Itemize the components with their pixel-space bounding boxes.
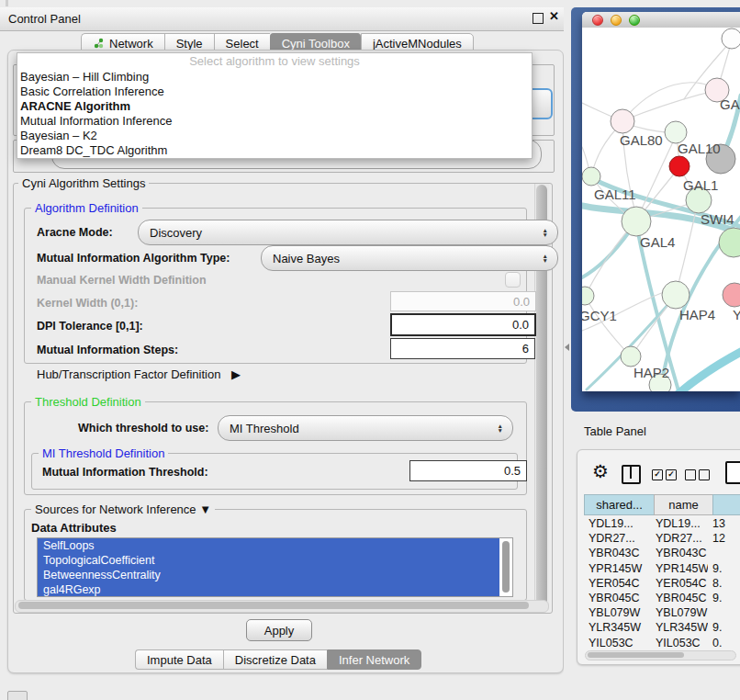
network-edge[interactable] xyxy=(586,298,631,356)
table-row[interactable]: YDL19...YDL19...13 xyxy=(584,516,740,531)
close-traffic-light-icon[interactable] xyxy=(592,15,603,26)
node-label: GAL xyxy=(720,96,740,112)
zoom-traffic-light-icon[interactable] xyxy=(629,15,640,26)
document-icon[interactable] xyxy=(725,461,740,484)
minimize-traffic-light-icon[interactable] xyxy=(611,15,622,26)
node-label: GCY1 xyxy=(582,308,617,323)
table-row[interactable]: YBR045CYBR045C9. xyxy=(584,591,740,605)
algorithm-option[interactable]: Mutual Information Inference xyxy=(17,114,532,129)
table-cell: YPR145W xyxy=(584,562,651,575)
table-row[interactable]: YBL079WYBL079W xyxy=(584,605,740,620)
cyni-settings-title: Cyni Algorithm Settings xyxy=(18,176,149,190)
dpi-tolerance-input[interactable]: 0.0 xyxy=(390,313,536,336)
table-cell: 0. xyxy=(708,637,740,649)
mi-threshold-title: MI Threshold Definition xyxy=(39,446,168,460)
algorithm-option[interactable]: Bayesian – K2 xyxy=(17,129,532,143)
algorithm-option[interactable]: Basic Correlation Inference xyxy=(17,85,532,99)
table-cell: 12 xyxy=(708,532,740,545)
aracne-mode-select[interactable]: Discovery ▲▼ xyxy=(138,220,558,245)
network-node[interactable] xyxy=(582,287,594,305)
table-row[interactable]: YIL053CYIL053C0. xyxy=(584,636,740,650)
mi-threshold-label: Mutual Information Threshold: xyxy=(42,466,208,479)
mi-threshold-input[interactable]: 0.5 xyxy=(409,460,527,481)
table-cell: 9. xyxy=(708,621,740,634)
hub-definition-label: Hub/Transcription Factor Definition xyxy=(37,367,220,381)
attributes-scrollbar[interactable] xyxy=(502,541,510,593)
dpi-tolerance-label: DPI Tolerance [0,1]: xyxy=(37,320,143,333)
table-cell: YER054C xyxy=(584,577,651,590)
data-attributes-label: Data Attributes xyxy=(31,521,117,535)
table-row[interactable]: YLR345WYLR345W9. xyxy=(584,620,740,635)
bottom-left-button[interactable] xyxy=(7,691,28,700)
table-row[interactable]: YDR27...YDR27...12 xyxy=(584,531,740,546)
table-row[interactable]: YPR145WYPR145W9. xyxy=(584,561,740,576)
attribute-item[interactable]: BetweennessCentrality xyxy=(38,568,499,582)
table-cell: YBL079W xyxy=(651,606,708,619)
column-header[interactable]: shared... xyxy=(584,494,654,515)
table-row[interactable]: YER054CYER054C8. xyxy=(584,576,740,591)
network-window-titlebar[interactable] xyxy=(582,12,740,28)
table-header: shared...name xyxy=(584,494,740,515)
which-threshold-value: MI Threshold xyxy=(230,422,299,435)
unchecked-boxes-icon[interactable] xyxy=(699,469,710,480)
algorithm-option[interactable]: Bayesian – Hill Climbing xyxy=(17,70,532,85)
attribute-item[interactable]: gal4RGexp xyxy=(38,582,499,597)
gear-icon[interactable]: ⚙ xyxy=(592,460,609,482)
float-window-icon[interactable] xyxy=(533,13,544,24)
network-node[interactable] xyxy=(582,167,600,186)
network-node[interactable] xyxy=(722,28,740,49)
mi-type-select[interactable]: Naive Bayes ▲▼ xyxy=(261,245,558,271)
close-icon[interactable]: ✕ xyxy=(549,9,559,23)
node-label: GAL11 xyxy=(594,186,636,202)
table-rows: YDL19...YDL19...13YDR27...YDR27...12YBR0… xyxy=(584,516,740,649)
algorithm-dropdown-popup: Select algorithm to view settings Bayesi… xyxy=(17,52,533,159)
algorithm-option[interactable]: Dream8 DC_TDC Algorithm xyxy=(17,143,532,158)
column-header[interactable]: name xyxy=(654,494,712,515)
which-threshold-select[interactable]: MI Threshold ▲▼ xyxy=(218,415,513,441)
network-node[interactable] xyxy=(621,346,641,367)
sources-title[interactable]: Sources for Network Inference ▼ xyxy=(31,502,215,516)
hub-definition-toggle[interactable]: Hub/Transcription Factor Definition ▶ xyxy=(37,367,241,381)
checked-boxes-icon[interactable]: ✓ xyxy=(652,469,663,480)
threshold-definition-title: Threshold Definition xyxy=(31,395,145,409)
control-panel-titlebar: Control Panel xyxy=(0,7,571,31)
kernel-width-input[interactable]: 0.0 xyxy=(390,291,536,311)
network-node[interactable] xyxy=(622,207,651,236)
settings-hscrollbar[interactable] xyxy=(15,600,549,613)
network-node[interactable] xyxy=(723,283,740,307)
mi-steps-input[interactable]: 6 xyxy=(390,338,535,359)
table-cell: YLR345W xyxy=(651,621,708,634)
attribute-item[interactable]: TopologicalCoefficient xyxy=(38,553,499,568)
apply-button[interactable]: Apply xyxy=(246,619,312,641)
network-edge[interactable] xyxy=(675,352,740,391)
tab-infer-network[interactable]: Infer Network xyxy=(327,649,421,670)
network-node[interactable] xyxy=(669,156,690,176)
collapsed-arrow-icon: ▶ xyxy=(231,367,241,381)
network-canvas[interactable]: GALGAL80GAL10GAL1GAL11SWI4GAL4GCY1HAP4YH… xyxy=(582,28,740,391)
manual-kernel-checkbox[interactable] xyxy=(505,272,521,288)
node-label: GAL4 xyxy=(640,234,675,250)
tab-discretize-data[interactable]: Discretize Data xyxy=(223,649,327,670)
column-header[interactable] xyxy=(712,494,740,515)
network-node[interactable] xyxy=(719,228,740,257)
top-notch xyxy=(6,0,8,6)
table-hscrollbar[interactable] xyxy=(585,650,736,660)
table-cell: YBR045C xyxy=(584,592,651,604)
attribute-item[interactable]: SelfLoops xyxy=(38,538,499,553)
split-pane-icon[interactable] xyxy=(622,465,641,484)
table-cell: 13 xyxy=(708,517,740,530)
checked-boxes-icon[interactable]: ✓ xyxy=(666,469,677,480)
which-threshold-label: Which threshold to use: xyxy=(78,422,208,435)
unchecked-boxes-icon[interactable] xyxy=(685,469,696,480)
tab-impute-data[interactable]: Impute Data xyxy=(135,649,223,670)
stepper-arrows-icon: ▲▼ xyxy=(543,254,548,263)
table-cell: YBR043C xyxy=(651,547,708,559)
splitter-collapse-icon[interactable] xyxy=(565,344,569,351)
control-panel-title: Control Panel xyxy=(0,12,81,26)
data-attributes-list[interactable]: SelfLoopsTopologicalCoefficientBetweenne… xyxy=(37,537,513,597)
table-cell: YIL053C xyxy=(651,637,708,649)
algorithm-option[interactable]: ARACNE Algorithm xyxy=(17,99,532,114)
network-node[interactable] xyxy=(662,281,690,309)
network-node[interactable] xyxy=(611,109,634,133)
table-row[interactable]: YBR043CYBR043C xyxy=(584,546,740,560)
